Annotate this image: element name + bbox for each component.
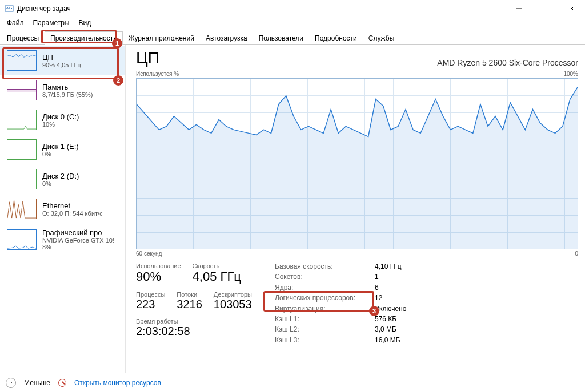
uptime-label: Время работы	[136, 318, 190, 325]
tab-users[interactable]: Пользователи	[253, 31, 309, 45]
sidebar-eth-title: Ethernet	[42, 201, 103, 210]
virtualization-key: Виртуализация:	[275, 305, 375, 313]
tab-services[interactable]: Службы	[363, 31, 400, 45]
handles-value: 103053	[214, 298, 252, 311]
sidebar-disk2-title: Диск 2 (D:)	[42, 172, 79, 180]
sidebar-item-gpu[interactable]: Графический про NVIDIA GeForce GTX 10! 8…	[0, 224, 125, 255]
sidebar-disk1-title: Диск 1 (E:)	[42, 142, 79, 151]
disk2-mini-chart-icon	[7, 169, 37, 189]
sidebar-item-cpu[interactable]: ЦП 90% 4,05 ГГц	[0, 46, 125, 75]
tab-apphistory[interactable]: Журнал приложений	[123, 31, 200, 45]
sidebar-cpu-sub: 90% 4,05 ГГц	[42, 62, 81, 68]
content: ЦП 90% 4,05 ГГц Память 8,7/15,9 ГБ (55%)…	[0, 45, 585, 373]
menubar: Файл Параметры Вид	[0, 17, 585, 29]
chart-xlabel-left: 60 секунд	[136, 250, 162, 257]
sidebar-item-disk2[interactable]: Диск 2 (D:) 0%	[0, 164, 125, 194]
threads-label: Потоки	[177, 291, 202, 298]
threads-value: 3216	[177, 298, 202, 311]
sidebar-gpu-title: Графический про	[42, 228, 114, 237]
cache-l3-val: 16,0 МБ	[375, 336, 426, 345]
cache-l2-key: Кэш L2:	[275, 325, 375, 334]
sidebar-item-ethernet[interactable]: Ethernet О: 32,0 П: 544 кбит/с	[0, 194, 125, 224]
cpu-model: AMD Ryzen 5 2600 Six-Core Processor	[437, 58, 578, 67]
sidebar-disk0-sub: 10%	[42, 121, 79, 128]
disk0-mini-chart-icon	[7, 110, 37, 130]
main-panel: ЦП AMD Ryzen 5 2600 Six-Core Processor И…	[126, 45, 585, 373]
chart-xlabel-right: 0	[575, 250, 578, 257]
callout-badge-1: 1	[112, 38, 122, 49]
open-resource-monitor-link[interactable]: Открыть монитор ресурсов	[74, 379, 161, 387]
sidebar-disk1-sub: 0%	[42, 151, 79, 157]
minimize-button[interactable]	[506, 0, 532, 17]
sidebar-item-disk1[interactable]: Диск 1 (E:) 0%	[0, 135, 125, 164]
cores-key: Ядра:	[275, 284, 375, 292]
sockets-key: Сокетов:	[275, 273, 375, 281]
resource-monitor-icon	[58, 379, 66, 387]
cache-l3-key: Кэш L3:	[275, 336, 375, 345]
svg-marker-5	[137, 87, 578, 249]
memory-mini-chart-icon	[7, 80, 37, 100]
window-title: Диспетчер задач	[17, 5, 71, 13]
sidebar-mem-title: Память	[42, 83, 93, 91]
close-button[interactable]	[559, 0, 585, 17]
sidebar-item-memory[interactable]: Память 8,7/15,9 ГБ (55%)	[0, 75, 125, 105]
sidebar: ЦП 90% 4,05 ГГц Память 8,7/15,9 ГБ (55%)…	[0, 45, 126, 373]
sidebar-disk2-sub: 0%	[42, 180, 79, 187]
usage-label: Использование	[136, 262, 181, 269]
tab-startup[interactable]: Автозагрузка	[200, 31, 253, 45]
fewer-details-button[interactable]: Меньше	[24, 379, 50, 387]
chart-ylabel: Используется %	[136, 71, 179, 77]
app-icon	[5, 4, 14, 13]
cpu-usage-chart[interactable]	[136, 78, 578, 249]
usage-value: 90%	[136, 269, 181, 284]
cache-l2-val: 3,0 МБ	[375, 325, 426, 334]
sidebar-gpu-sub: NVIDIA GeForce GTX 10!	[42, 237, 114, 244]
svg-rect-2	[543, 6, 548, 11]
gpu-mini-chart-icon	[7, 229, 37, 250]
chart-ymax: 100%	[563, 71, 578, 77]
processes-label: Процессы	[136, 291, 165, 298]
collapse-chevron-icon[interactable]	[6, 378, 16, 388]
window-controls	[506, 0, 585, 17]
disk1-mini-chart-icon	[7, 139, 37, 160]
cpu-mini-chart-icon	[7, 50, 37, 71]
base-speed-key: Базовая скорость:	[275, 262, 375, 271]
footer: Меньше Открыть монитор ресурсов	[0, 373, 585, 392]
speed-label: Скорость	[193, 262, 241, 269]
processes-value: 223	[136, 298, 165, 311]
ethernet-mini-chart-icon	[7, 199, 37, 219]
maximize-button[interactable]	[532, 0, 559, 17]
stats-right: Базовая скорость:4,10 ГГц Сокетов:1 Ядра…	[275, 262, 426, 345]
cache-l1-val: 576 КБ	[375, 315, 426, 324]
callout-badge-2: 2	[113, 75, 123, 86]
virtualization-val: Включено	[375, 305, 426, 313]
stats-left: Использование90% Скорость4,05 ГГц Процес…	[136, 262, 252, 345]
base-speed-val: 4,10 ГГц	[375, 262, 426, 271]
logical-proc-key: Логических процессоров:	[275, 294, 375, 302]
page-title: ЦП	[136, 49, 159, 67]
tab-processes[interactable]: Процессы	[1, 31, 45, 45]
menu-options[interactable]: Параметры	[30, 18, 73, 28]
cores-val: 6	[375, 284, 426, 292]
sidebar-mem-sub: 8,7/15,9 ГБ (55%)	[42, 91, 93, 98]
tab-performance[interactable]: Производительность	[45, 31, 122, 45]
sidebar-gpu-sub2: 8%	[42, 244, 114, 250]
tab-details[interactable]: Подробности	[309, 31, 363, 45]
menu-view[interactable]: Вид	[75, 18, 94, 28]
logical-proc-val: 12	[375, 294, 426, 302]
sidebar-cpu-title: ЦП	[42, 53, 81, 62]
sidebar-eth-sub: О: 32,0 П: 544 кбит/с	[42, 210, 103, 217]
titlebar: Диспетчер задач	[0, 0, 585, 17]
stats: Использование90% Скорость4,05 ГГц Процес…	[136, 262, 578, 345]
sidebar-disk0-title: Диск 0 (C:)	[42, 112, 79, 121]
sockets-val: 1	[375, 273, 426, 281]
sidebar-item-disk0[interactable]: Диск 0 (C:) 10%	[0, 105, 125, 135]
speed-value: 4,05 ГГц	[193, 269, 241, 284]
tabs: Процессы Производительность Журнал прило…	[0, 30, 585, 45]
callout-badge-3: 3	[369, 306, 379, 316]
handles-label: Дескрипторы	[214, 291, 252, 298]
uptime-value: 2:03:02:58	[136, 325, 190, 338]
menu-file[interactable]: Файл	[3, 18, 27, 28]
cache-l1-key: Кэш L1:	[275, 315, 375, 324]
